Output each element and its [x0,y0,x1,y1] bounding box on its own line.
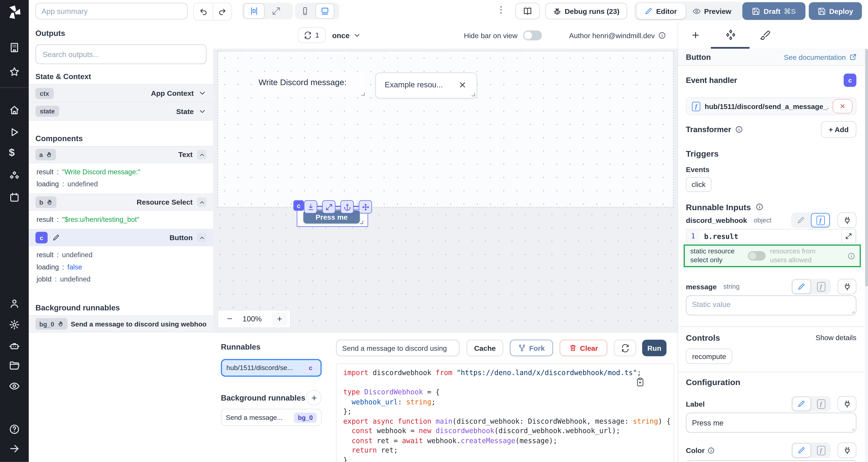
rail-item-resources[interactable] [9,170,20,182]
resource-select-component[interactable]: Example resou... [375,72,477,98]
fullscreen-layout-button[interactable] [268,7,284,15]
search-outputs-input[interactable] [35,44,206,64]
event-handler-runnable[interactable]: f hub/1511/discord/send_a_message_... [686,97,857,115]
info-icon[interactable] [735,126,743,133]
rail-item-audit[interactable] [9,381,20,392]
clear-button[interactable]: Clear [560,340,607,356]
move-component-button[interactable] [359,200,372,213]
component-settings-tab[interactable] [725,29,736,40]
remove-handler-button[interactable] [833,99,852,113]
label-input[interactable] [686,412,857,432]
tab-editor[interactable]: Editor [637,3,685,19]
zoom-in-button[interactable]: + [272,312,287,325]
app-summary-input[interactable] [35,3,188,20]
connect-input-button[interactable] [837,396,856,411]
rail-item-user[interactable] [9,298,20,309]
static-mode-button[interactable] [792,397,811,411]
expand-component-button[interactable] [322,200,335,213]
component-a-header[interactable]: a Text [29,146,213,163]
fork-button[interactable]: Fork [510,340,553,356]
docs-button[interactable] [516,3,540,20]
clear-selection-icon[interactable] [458,81,467,89]
expr-editor-row[interactable]: 1 b.result [686,229,857,243]
draft-button[interactable]: Draft ⌘S [742,2,806,20]
copy-code-icon[interactable] [636,377,645,387]
static-mode-button[interactable] [792,213,810,227]
windmill-logo[interactable] [6,4,23,21]
recompute-chip[interactable]: recompute [686,349,733,364]
state-row[interactable]: state State [29,102,213,121]
rail-item-help[interactable] [9,424,20,435]
resize-grip-icon[interactable] [850,308,855,314]
anchor-component-button[interactable] [340,200,353,213]
info-icon[interactable] [847,252,855,260]
expand-expr-button[interactable] [841,229,856,243]
text-component[interactable]: Write Discord message: [258,72,367,97]
connect-input-button[interactable] [837,442,856,458]
rail-item-runs[interactable] [9,127,20,138]
rail-item-favorites[interactable] [9,66,20,77]
rail-item-apps[interactable] [9,42,20,53]
event-click-chip[interactable]: click [686,177,711,192]
ctx-row[interactable]: ctx App Context [29,84,213,102]
eval-mode-button[interactable]: f [811,213,830,228]
styling-tab[interactable] [760,30,771,40]
rail-item-schedules[interactable] [9,192,20,203]
kebab-menu[interactable]: ⋮ [496,4,505,15]
runnable-selected-item[interactable]: hub/1511/discord/se... c [221,359,321,377]
script-name-input[interactable] [336,340,459,356]
show-details-link[interactable]: Show details [815,333,856,341]
rail-item-settings[interactable] [9,319,20,330]
rail-item-workers[interactable] [9,340,20,351]
insert-below-button[interactable] [304,200,317,213]
resize-handle[interactable] [358,219,364,225]
see-documentation-link[interactable]: See documentation [784,53,857,61]
hide-bar-toggle[interactable] [523,31,542,40]
tab-preview[interactable]: Preview [688,3,736,19]
component-b-header[interactable]: b Resource Select [29,194,213,210]
bg0-row[interactable]: bg_0 Send a message to discord using web… [29,315,213,332]
add-bg-runnable-button[interactable] [306,390,322,405]
eval-mode-button[interactable]: f [812,397,830,410]
resize-grip-icon[interactable] [850,426,855,431]
run-button[interactable]: Run [642,340,666,356]
rail-item-folders[interactable] [9,360,20,371]
rail-item-variables[interactable]: $ [9,146,15,159]
info-icon[interactable] [755,203,763,211]
frequency-dropdown[interactable]: once [332,29,361,42]
add-transformer-button[interactable]: + Add [821,121,856,138]
info-icon[interactable] [658,32,666,39]
reload-code-button[interactable] [614,340,636,356]
info-icon[interactable] [708,447,715,454]
debug-runs-button[interactable]: Debug runs (23) [545,3,627,20]
resize-handle[interactable] [360,91,366,96]
center-layout-button[interactable] [244,3,265,19]
code-editor[interactable]: import discordwebhook from "https://deno… [336,363,674,462]
connect-input-button[interactable] [837,279,856,294]
color-input-partial[interactable] [686,460,858,462]
component-c-header[interactable]: c Button [29,229,213,246]
undo-button[interactable] [194,7,213,16]
insert-component-tab[interactable] [691,31,700,40]
rail-item-home[interactable] [9,105,20,116]
static-mode-button[interactable] [792,279,811,294]
mobile-view-button[interactable] [297,7,313,15]
collapse-button[interactable] [197,198,207,207]
connect-input-button[interactable] [837,212,856,228]
canvas[interactable]: Write Discord message: Example resou... … [213,48,678,332]
collapse-button[interactable] [197,150,207,159]
message-textarea[interactable] [686,295,857,315]
cache-button[interactable]: Cache [467,340,503,356]
collapse-button[interactable] [197,233,207,242]
rail-item-expand[interactable] [9,443,20,454]
static-resource-toggle[interactable] [748,251,766,261]
bg-runnable-item[interactable]: Send a message... bg_0 [221,409,321,426]
resize-handle[interactable] [470,91,475,97]
refresh-count-button[interactable]: 1 [298,27,326,43]
eval-mode-button[interactable]: f [812,280,830,293]
redo-button[interactable] [213,7,231,16]
desktop-view-button[interactable] [315,3,334,19]
scrollbar[interactable] [865,48,868,462]
zoom-out-button[interactable]: − [227,314,232,325]
eval-mode-button[interactable]: f [812,444,830,457]
